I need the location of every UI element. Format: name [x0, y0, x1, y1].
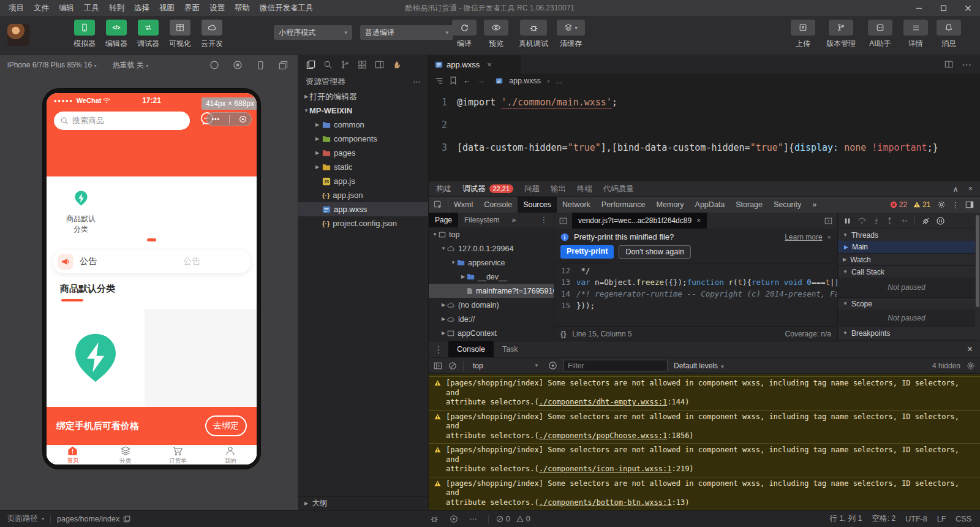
- tree-localhost[interactable]: ▼127.0.0.1:29964: [429, 241, 554, 256]
- capsule-close-icon[interactable]: [239, 115, 247, 123]
- tab-wxml[interactable]: Wxml: [448, 197, 478, 213]
- detail-button[interactable]: 详情: [902, 20, 930, 49]
- drag-handle-icon[interactable]: ⋮: [429, 341, 448, 357]
- more-dots-icon[interactable]: •••: [211, 116, 220, 123]
- scope-section[interactable]: ▼Scope: [838, 297, 975, 309]
- more-options-icon[interactable]: ⋮: [952, 200, 960, 210]
- tab-vendor-js[interactable]: vendor.js?t=wec...ac28b1f264dc89 ×: [572, 213, 707, 229]
- menu-select[interactable]: 选择: [129, 0, 154, 16]
- file-app-json[interactable]: {·}app.json: [298, 188, 428, 202]
- tab-security[interactable]: Security: [768, 197, 807, 213]
- tab-filesystem[interactable]: Filesystem: [458, 213, 505, 227]
- step-into-icon[interactable]: [873, 217, 880, 225]
- ai-assistant-button[interactable]: AI助手: [865, 20, 895, 49]
- pause-on-exceptions-icon[interactable]: [937, 217, 944, 225]
- close-tab-icon[interactable]: ×: [487, 60, 492, 69]
- warning-row[interactable]: [pages/shopping/index] Some selectors ar…: [429, 411, 980, 444]
- eye-icon[interactable]: [450, 515, 458, 523]
- folder-components[interactable]: ▶components: [298, 132, 428, 146]
- tab-page[interactable]: Page: [429, 213, 458, 227]
- source-control-icon[interactable]: [341, 60, 350, 69]
- collapse-panel-icon[interactable]: ∧: [953, 184, 959, 194]
- editor-toggle[interactable]: </> 编辑器: [100, 20, 132, 49]
- file-project-config[interactable]: {·}project.config.json: [298, 216, 428, 230]
- folder-pages[interactable]: ▶pages: [298, 146, 428, 160]
- tree-top[interactable]: ▼top: [429, 227, 554, 241]
- tab-memory[interactable]: Memory: [650, 197, 689, 213]
- project-root-folder[interactable]: ▼MP-WEIXIN: [298, 104, 428, 118]
- preview-button[interactable]: 预览: [482, 20, 510, 49]
- tab-sources[interactable]: Sources: [518, 197, 557, 213]
- more-actions-icon[interactable]: ⋯: [962, 59, 971, 70]
- step-out-icon[interactable]: [886, 217, 893, 225]
- minimize-button[interactable]: [907, 0, 931, 16]
- code-editor[interactable]: 1 @import './common/main.wxss'; 2 3 [dat…: [429, 88, 980, 181]
- bookmark-icon[interactable]: [450, 77, 457, 85]
- tab-appdata[interactable]: AppData: [690, 197, 731, 213]
- multi-window-icon[interactable]: [279, 61, 288, 70]
- clear-cache-button[interactable]: ▾ 清缓存: [555, 20, 587, 49]
- scrollbar[interactable]: [975, 213, 980, 341]
- wxss-source-link[interactable]: ./components/bottom-btn.wxss:1: [539, 498, 672, 507]
- capsule-menu[interactable]: •••: [206, 112, 252, 126]
- category-card[interactable]: [47, 309, 145, 407]
- outline-icon[interactable]: [435, 77, 443, 85]
- compile-button[interactable]: 编译: [450, 20, 478, 49]
- tab-mine[interactable]: 我的: [204, 445, 257, 464]
- tab-console[interactable]: Console: [448, 341, 494, 357]
- user-avatar[interactable]: [7, 24, 29, 46]
- tab-output[interactable]: 输出: [551, 184, 566, 194]
- tab-terminal[interactable]: 终端: [577, 184, 592, 194]
- threads-section[interactable]: ▼Threads: [838, 229, 975, 241]
- close-tab-icon[interactable]: ×: [696, 216, 701, 225]
- menu-goto[interactable]: 转到: [104, 0, 129, 16]
- breadcrumb-file[interactable]: app.wxss: [509, 77, 541, 85]
- nav-forward-icon[interactable]: →: [477, 77, 485, 85]
- nav-back-icon[interactable]: ←: [463, 77, 471, 85]
- menu-devtools[interactable]: 微信开发者工具: [255, 0, 318, 16]
- cloud-dev-toggle[interactable]: 云开发: [196, 20, 228, 49]
- pause-icon[interactable]: [844, 218, 851, 224]
- settings-gear-icon[interactable]: [937, 200, 946, 209]
- filter-input[interactable]: Filter: [564, 360, 668, 371]
- tab-performance[interactable]: Performance: [596, 197, 651, 213]
- bug-icon[interactable]: [430, 515, 439, 523]
- more-tabs[interactable]: »: [807, 197, 822, 213]
- open-editors-section[interactable]: ▶打开的编辑器: [298, 89, 428, 104]
- wxss-source-link[interactable]: ./components/popChoose.wxss:1: [539, 431, 668, 440]
- phone-frame-icon[interactable]: [256, 61, 265, 70]
- more-actions-icon[interactable]: ⋯: [413, 77, 421, 86]
- tab-order[interactable]: 订货单: [152, 445, 205, 464]
- go-bind-button[interactable]: 去绑定: [205, 415, 247, 436]
- warning-row[interactable]: [pages/shopping/index] Some selectors ar…: [429, 477, 980, 510]
- menu-edit[interactable]: 编辑: [54, 0, 79, 16]
- wxss-source-link[interactable]: ./components/dht-empty.wxss:1: [539, 398, 668, 406]
- hidden-count[interactable]: 4 hidden: [932, 362, 960, 370]
- deactivate-breakpoints-icon[interactable]: [922, 217, 930, 225]
- tab-network[interactable]: Network: [557, 197, 596, 213]
- maximize-button[interactable]: [931, 0, 956, 16]
- tab-storage[interactable]: Storage: [730, 197, 768, 213]
- hot-reload-toggle[interactable]: 热重载 关 ▾: [112, 60, 148, 70]
- tree-appservice[interactable]: ▼appservice: [429, 256, 554, 270]
- breakpoints-section[interactable]: ▼Breakpoints: [838, 327, 975, 339]
- extensions-icon[interactable]: [358, 60, 367, 69]
- problem-counts[interactable]: 0 0: [496, 515, 530, 523]
- warning-row[interactable]: [pages/shopping/index] Some selectors ar…: [429, 377, 980, 411]
- braces-icon[interactable]: {}: [560, 330, 566, 338]
- mode-dropdown[interactable]: 小程序模式▾: [274, 25, 352, 40]
- outline-section[interactable]: ▶大纲: [298, 496, 428, 510]
- dismiss-icon[interactable]: ×: [827, 233, 831, 241]
- hand-icon[interactable]: [392, 60, 401, 69]
- close-console-icon[interactable]: ×: [960, 341, 980, 357]
- debugger-toggle[interactable]: 调试器: [132, 20, 164, 49]
- window-layout-icon[interactable]: [375, 60, 384, 69]
- encoding[interactable]: UTF-8: [905, 515, 927, 523]
- split-editor-icon[interactable]: [944, 60, 953, 69]
- search-icon[interactable]: [323, 60, 333, 69]
- next-tab-icon[interactable]: [820, 213, 837, 229]
- compile-mode-dropdown[interactable]: 普通编译▾: [360, 25, 453, 40]
- learn-more-link[interactable]: Learn more: [785, 233, 822, 241]
- stop-icon[interactable]: [233, 60, 243, 70]
- tab-app-wxss[interactable]: app.wxss ×: [429, 55, 521, 74]
